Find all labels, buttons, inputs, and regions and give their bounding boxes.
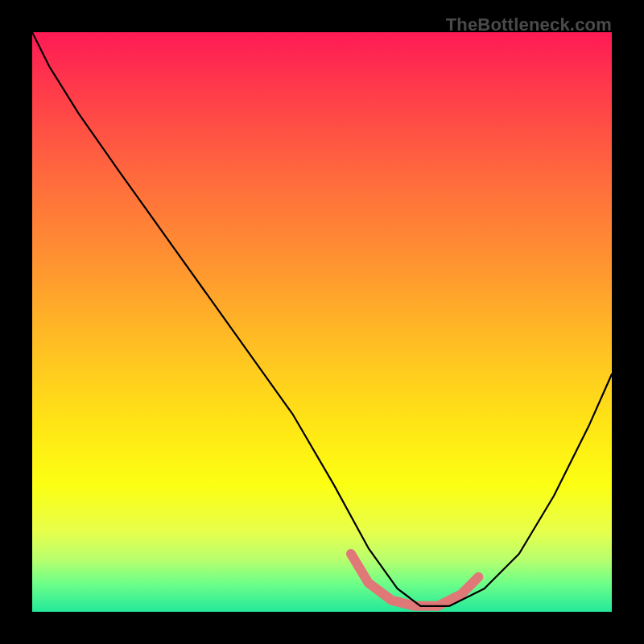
chart-frame: TheBottleneck.com — [0, 0, 644, 644]
curve-svg — [32, 32, 612, 612]
accent-path — [351, 554, 478, 606]
bottleneck-curve-path — [32, 32, 612, 606]
plot-area — [32, 32, 612, 612]
